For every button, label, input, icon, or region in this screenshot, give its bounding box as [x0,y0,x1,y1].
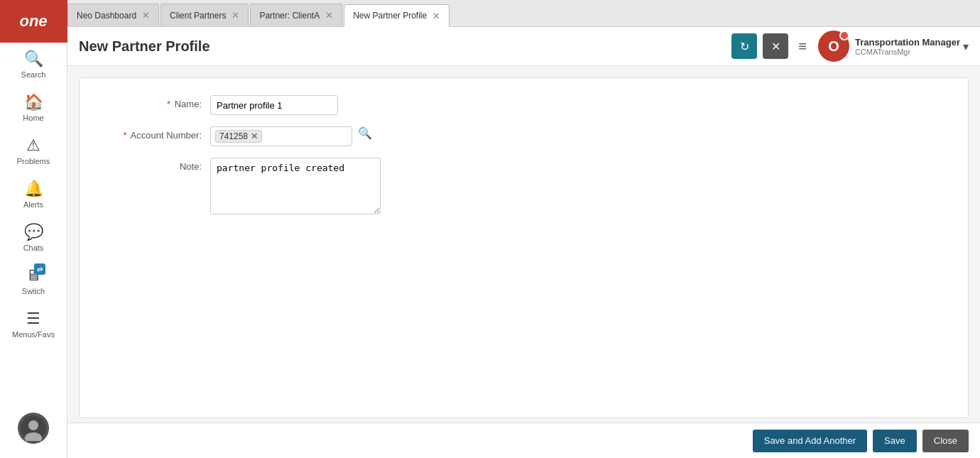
note-row: Note: partner profile created [80,158,968,214]
chat-icon: 💬 [24,223,43,241]
sidebar-item-label: Menus/Favs [12,330,55,339]
bell-icon: 🔔 [24,180,43,198]
tab-label: Partner: ClientA [259,11,320,21]
user-avatar-small [18,413,49,444]
note-label: Note: [97,158,210,172]
sidebar-item-switch[interactable]: 🖥 ⇄ Switch [0,259,67,302]
note-textarea[interactable]: partner profile created [210,158,381,214]
menu-button[interactable]: ≡ [798,38,807,55]
sidebar-item-label: Home [23,114,43,122]
footer-bar: Save and Add Another Save Close [67,422,980,458]
user-info: Transportation Manager CCMATransMgr [855,37,960,56]
account-number-label: * Account Number: [97,126,210,141]
sidebar-item-label: Switch [22,287,45,295]
app-logo[interactable]: one [0,0,67,43]
sidebar-item-label: Search [21,70,46,79]
required-star: * [167,99,170,109]
sidebar-item-label: Alerts [23,200,43,209]
warning-icon: ⚠ [26,136,40,155]
save-and-add-another-button[interactable]: Save and Add Another [753,430,867,452]
account-tag-remove-button[interactable]: ✕ [251,131,258,141]
account-tag-value: 741258 [219,131,248,141]
tab-partner-client-a[interactable]: Partner: ClientA ✕ [250,4,342,26]
chevron-down-icon: ▾ [963,40,969,53]
tab-close-client-partners[interactable]: ✕ [232,10,239,21]
close-button[interactable]: Close [922,430,969,452]
sidebar-item-label: Problems [17,157,50,165]
account-search-button[interactable]: 🔍 [358,126,372,140]
switch-wrapper: 🖥 ⇄ [26,266,41,287]
hamburger-icon: ≡ [798,38,807,54]
x-icon: ✕ [771,40,780,53]
logo-text: one [19,12,47,31]
cancel-header-button[interactable]: ✕ [763,33,788,59]
page-title: New Partner Profile [79,38,731,55]
sidebar-item-search[interactable]: 🔍 Search [0,43,67,86]
tab-close-partner-client-a[interactable]: ✕ [325,10,333,21]
sidebar-item-chats[interactable]: 💬 Chats [0,216,67,259]
sidebar-item-alerts[interactable]: 🔔 Alerts [0,173,67,216]
sidebar: one 🔍 Search 🏠 Home ⚠ Problems 🔔 Alerts … [0,0,67,458]
account-number-wrapper[interactable]: 741258 ✕ [210,126,352,146]
tab-close-neo-dashboard[interactable]: ✕ [142,10,150,21]
user-avatar: O [818,31,849,62]
account-tag: 741258 ✕ [215,130,262,143]
header-bar: New Partner Profile ↻ ✕ ≡ O Transportati… [67,27,980,66]
user-dropdown-button[interactable]: ▾ [963,40,969,53]
user-section: O Transportation Manager CCMATransMgr ▾ [818,31,969,62]
tab-new-partner-profile[interactable]: New Partner Profile ✕ [344,4,450,27]
main-content: Neo Dashboard ✕ Client Partners ✕ Partne… [67,0,980,458]
form-card: * Name: * Account Number: 741258 ✕ [79,77,969,418]
avatar-badge [839,31,849,40]
tab-label: Client Partners [170,11,226,21]
user-role: CCMATransMgr [855,48,960,56]
sidebar-item-avatar[interactable] [0,403,67,451]
switch-badge: ⇄ [34,263,45,275]
header-actions: ↻ ✕ ≡ [731,33,807,59]
name-row: * Name: [80,95,968,115]
refresh-button[interactable]: ↻ [731,33,757,59]
sidebar-item-label: Chats [23,244,44,252]
required-star: * [124,130,127,141]
tabs-bar: Neo Dashboard ✕ Client Partners ✕ Partne… [67,0,980,27]
refresh-icon: ↻ [740,40,749,53]
user-name: Transportation Manager [855,37,960,48]
sidebar-item-menus[interactable]: ☰ Menus/Favs [0,302,67,346]
search-icon: 🔍 [24,50,43,68]
name-label: * Name: [97,95,210,109]
name-input[interactable] [210,95,338,115]
save-button[interactable]: Save [873,430,917,452]
tab-neo-dashboard[interactable]: Neo Dashboard ✕ [67,4,159,26]
tab-close-new-partner-profile[interactable]: ✕ [432,11,440,21]
menu-icon: ☰ [26,310,40,328]
magnifier-icon: 🔍 [358,127,372,139]
sidebar-item-problems[interactable]: ⚠ Problems [0,129,67,173]
home-icon: 🏠 [24,93,43,111]
avatar-text: O [828,38,839,55]
tab-label: Neo Dashboard [77,11,136,21]
tab-label: New Partner Profile [353,11,427,21]
tab-client-partners[interactable]: Client Partners ✕ [160,4,249,26]
account-number-row: * Account Number: 741258 ✕ 🔍 [80,126,968,146]
content-area: * Name: * Account Number: 741258 ✕ [67,66,980,422]
sidebar-item-home[interactable]: 🏠 Home [0,86,67,129]
svg-point-1 [28,420,38,430]
